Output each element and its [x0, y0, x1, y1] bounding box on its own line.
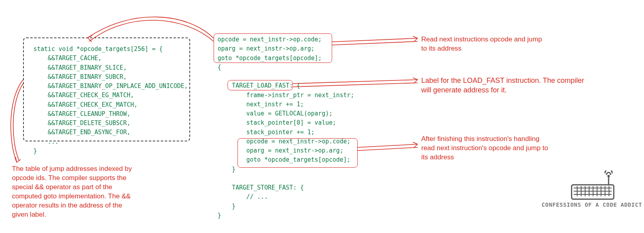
highlight-target-label	[228, 80, 293, 90]
opcode-table-box: static void *opcode_targets[256] = { &&T…	[23, 37, 190, 141]
annotation-table: The table of jump addresses indexed by o…	[12, 164, 179, 219]
annotation-after: After finishing this instruction's handl…	[421, 135, 604, 162]
brand-caption: CONFESSIONS OF A CODE ADDICT	[540, 202, 644, 208]
keyboard-icon	[571, 170, 615, 201]
highlight-dispatch-bottom	[237, 138, 358, 168]
highlight-dispatch-top	[214, 33, 332, 63]
annotation-read-next: Read next instructions opcode and jump t…	[421, 35, 588, 53]
annotation-label: Label for the LOAD_FAST instruction. The…	[421, 76, 644, 95]
opcode-table-code: static void *opcode_targets[256] = { &&T…	[33, 45, 180, 156]
